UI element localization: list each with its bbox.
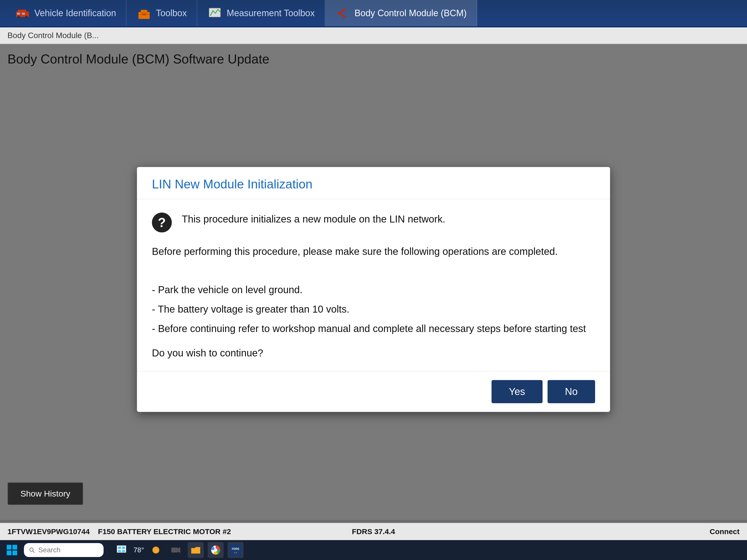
svg-rect-4 (17, 13, 20, 15)
tab-toolbox[interactable]: Toolbox (127, 0, 197, 26)
dialog-box: LIN New Module Initialization ? This pro… (137, 167, 610, 412)
svg-rect-25 (122, 546, 125, 549)
modal-overlay: LIN New Module Initialization ? This pro… (0, 44, 747, 520)
svg-text:FDRS: FDRS (232, 547, 239, 550)
yes-button[interactable]: Yes (491, 380, 543, 403)
prerequisite-2: - The battery voltage is greater than 10… (152, 300, 595, 318)
svg-point-34 (214, 548, 217, 552)
status-bar: 1FTVW1EV9PWG10744 F150 BATTERY ELECTRIC … (0, 523, 747, 540)
svg-point-13 (338, 12, 341, 15)
vehicle-name: F150 BATTERY ELECTRIC MOTOR #2 (98, 527, 231, 536)
svg-point-20 (30, 548, 33, 551)
tab-vehicle-id-label: Vehicle Identification (34, 8, 116, 19)
svg-rect-9 (142, 14, 146, 16)
search-box[interactable] (24, 543, 104, 557)
svg-point-3 (25, 16, 28, 18)
svg-marker-30 (178, 547, 180, 553)
main-content: Body Control Module (BCM) Software Updat… (0, 44, 747, 520)
vehicle-id-icon (15, 6, 30, 21)
svg-rect-16 (7, 545, 11, 550)
chrome-icon[interactable] (208, 542, 224, 558)
tab-bcm[interactable]: Body Control Module (BCM) (325, 0, 477, 26)
tab-vehicle-id[interactable]: Vehicle Identification (5, 0, 127, 26)
connect-info: Connect (710, 527, 740, 536)
taskbar-icons: 78° (113, 542, 243, 558)
svg-rect-5 (22, 13, 25, 15)
taskbar: 78° (0, 540, 747, 560)
desktop-icon[interactable] (113, 542, 129, 558)
svg-rect-24 (118, 546, 121, 549)
prerequisite-3: - Before continuing refer to workshop ma… (152, 320, 595, 338)
svg-rect-27 (122, 550, 125, 552)
dialog-header: LIN New Module Initialization (137, 167, 610, 199)
dialog-body: ? This procedure initializes a new modul… (137, 199, 610, 371)
version-info: FDRS 37.4.4 (352, 527, 395, 536)
svg-rect-26 (118, 550, 121, 552)
toolbox-icon (136, 6, 151, 21)
svg-text:4.4: 4.4 (234, 551, 237, 554)
svg-rect-18 (7, 551, 11, 555)
vin-info: 1FTVW1EV9PWG10744 F150 BATTERY ELECTRIC … (7, 527, 231, 536)
breadcrumb-bar: Body Control Module (B... (0, 27, 747, 44)
svg-rect-29 (171, 548, 178, 553)
svg-rect-17 (12, 545, 17, 550)
svg-point-14 (343, 8, 345, 11)
svg-point-28 (153, 548, 158, 553)
dialog-details: Before performing this procedure, please… (152, 242, 595, 338)
show-history-button[interactable]: Show History (7, 482, 83, 505)
question-icon: ? (152, 213, 172, 233)
video-icon[interactable] (168, 542, 184, 558)
prerequisite-intro: Before performing this procedure, please… (152, 242, 595, 260)
svg-rect-7 (141, 10, 147, 13)
tab-measurement-label: Measurement Toolbox (227, 8, 315, 19)
dialog-footer: Yes No (137, 371, 610, 412)
svg-rect-1 (18, 10, 26, 13)
prerequisite-1: - Park the vehicle on level ground. (152, 281, 595, 299)
dialog-title: LIN New Module Initialization (152, 177, 595, 191)
tab-bcm-label: Body Control Module (BCM) (355, 8, 467, 19)
tab-toolbox-label: Toolbox (156, 8, 187, 19)
svg-rect-19 (12, 551, 17, 555)
measurement-icon (207, 6, 222, 21)
top-navigation: Vehicle Identification Toolbox Measureme… (0, 0, 747, 27)
dialog-question: Do you wish to continue? (152, 347, 595, 358)
breadcrumb-text: Body Control Module (B... (7, 31, 99, 40)
svg-point-15 (343, 16, 345, 18)
weather-icon[interactable] (148, 542, 164, 558)
dialog-intro-text: This procedure initializes a new module … (182, 212, 445, 226)
svg-line-21 (33, 551, 34, 553)
folder-icon[interactable] (188, 542, 204, 558)
bcm-icon (335, 6, 350, 21)
svg-point-2 (18, 16, 20, 18)
search-input[interactable] (38, 546, 99, 554)
windows-start-button[interactable] (5, 543, 19, 557)
search-icon (29, 546, 35, 554)
tab-measurement[interactable]: Measurement Toolbox (197, 0, 325, 26)
fdrs-icon[interactable]: FDRS 4.4 (228, 542, 243, 558)
vin-number: 1FTVW1EV9PWG10744 (7, 527, 89, 536)
dialog-intro: ? This procedure initializes a new modul… (152, 212, 595, 233)
temperature-display: 78° (133, 546, 144, 554)
no-button[interactable]: No (547, 380, 595, 403)
